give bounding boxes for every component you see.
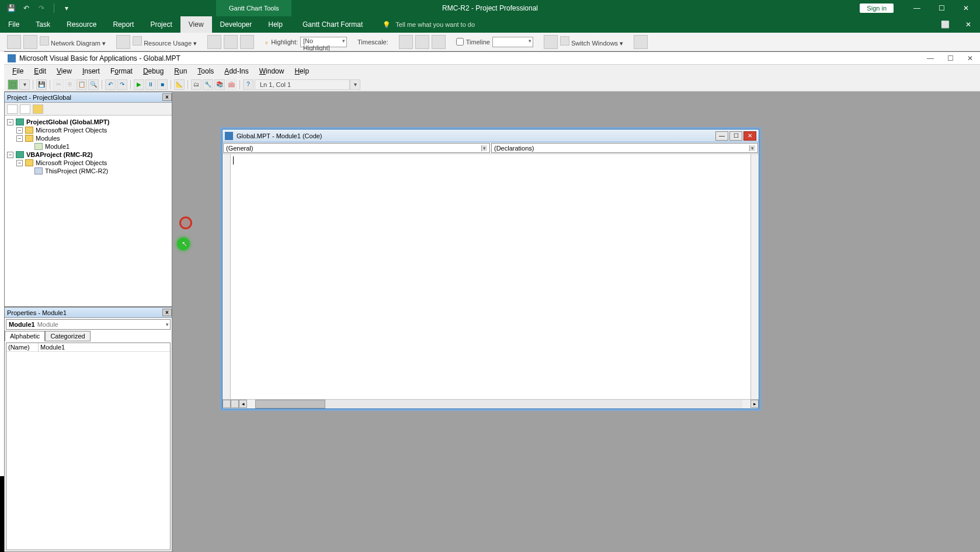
save-icon[interactable]: 💾 bbox=[6, 3, 16, 13]
help-icon[interactable]: ? bbox=[243, 79, 253, 90]
tree-collapse-icon[interactable]: − bbox=[7, 119, 13, 125]
save-icon[interactable]: 💾 bbox=[36, 79, 47, 90]
find-icon[interactable]: 🔍 bbox=[88, 79, 99, 90]
design-mode-icon[interactable]: 📐 bbox=[174, 79, 185, 90]
maximize-button[interactable]: ☐ bbox=[930, 0, 953, 16]
menu-edit[interactable]: Edit bbox=[29, 66, 51, 76]
menu-debug[interactable]: Debug bbox=[138, 66, 168, 76]
code-maximize-button[interactable]: ☐ bbox=[729, 131, 742, 141]
entire-project-icon[interactable] bbox=[415, 35, 429, 49]
properties-tab-alphabetic[interactable]: Alphabetic bbox=[5, 331, 45, 341]
tables-icon[interactable] bbox=[240, 35, 254, 49]
qat-customize-icon[interactable]: ▾ bbox=[61, 3, 72, 13]
cut-icon[interactable]: ✂ bbox=[53, 79, 64, 90]
tree-project-global[interactable]: ProjectGlobal (Global.MPT) bbox=[26, 118, 109, 125]
tree-modules[interactable]: Modules bbox=[36, 135, 60, 142]
scroll-right-button[interactable]: ▸ bbox=[750, 400, 759, 408]
new-window-icon[interactable] bbox=[544, 35, 558, 49]
tab-gantt-format[interactable]: Gantt Chart Format bbox=[294, 16, 371, 33]
toolbox-icon[interactable]: 🧰 bbox=[226, 79, 237, 90]
macros-icon[interactable] bbox=[634, 35, 648, 49]
project-explorer-icon[interactable]: 🗂 bbox=[191, 79, 201, 90]
vertical-scrollbar[interactable] bbox=[750, 154, 759, 399]
selected-tasks-icon[interactable] bbox=[432, 35, 446, 49]
menu-view[interactable]: View bbox=[52, 66, 77, 76]
scroll-left-button[interactable]: ◂ bbox=[239, 400, 247, 408]
run-icon[interactable]: ▶ bbox=[134, 79, 144, 90]
team-planner-icon[interactable] bbox=[116, 35, 130, 49]
scrollbar-thumb[interactable] bbox=[255, 400, 325, 408]
properties-object-combo[interactable]: Module1 Module bbox=[6, 319, 171, 330]
tab-help[interactable]: Help bbox=[260, 16, 291, 33]
vba-maximize-button[interactable]: ☐ bbox=[940, 53, 960, 64]
signin-button[interactable]: Sign in bbox=[860, 4, 894, 13]
reset-icon[interactable]: ■ bbox=[157, 79, 168, 90]
view-object-icon[interactable] bbox=[20, 104, 30, 114]
menu-format[interactable]: Format bbox=[106, 66, 137, 76]
code-editor[interactable] bbox=[231, 154, 750, 399]
insert-module-icon[interactable]: ▾ bbox=[19, 79, 30, 90]
task-usage-icon[interactable] bbox=[23, 35, 37, 49]
sort-icon[interactable] bbox=[207, 35, 221, 49]
zoom-icon[interactable] bbox=[399, 35, 413, 49]
view-code-icon[interactable] bbox=[7, 104, 18, 114]
copy-icon[interactable]: ⎘ bbox=[65, 79, 75, 90]
window-close-button[interactable]: ✕ bbox=[957, 16, 980, 33]
toolbar-options-icon[interactable]: ▾ bbox=[350, 79, 360, 90]
tree-collapse-icon[interactable]: − bbox=[16, 127, 23, 134]
tree-module1[interactable]: Module1 bbox=[45, 143, 69, 150]
undo-icon[interactable]: ↶ bbox=[21, 3, 32, 13]
menu-tools[interactable]: Tools bbox=[193, 66, 218, 76]
menu-file[interactable]: File bbox=[8, 66, 28, 76]
outline-icon[interactable] bbox=[224, 35, 238, 49]
toggle-folders-icon[interactable] bbox=[33, 104, 43, 114]
redo-icon[interactable]: ↷ bbox=[117, 79, 127, 90]
code-object-combo[interactable]: (General) bbox=[223, 143, 490, 153]
tree-vbaproject[interactable]: VBAProject (RMC-R2) bbox=[26, 151, 93, 158]
code-minimize-button[interactable]: — bbox=[715, 131, 728, 141]
view-project-icon[interactable]: ⬚ bbox=[8, 79, 18, 90]
menu-help[interactable]: Help bbox=[290, 66, 314, 76]
full-module-view-button[interactable] bbox=[231, 400, 239, 408]
tab-developer[interactable]: Developer bbox=[212, 16, 260, 33]
menu-window[interactable]: Window bbox=[255, 66, 289, 76]
code-procedure-combo[interactable]: (Declarations) bbox=[491, 143, 758, 153]
timeline-checkbox[interactable]: Timeline bbox=[456, 38, 490, 46]
project-explorer-close-button[interactable]: × bbox=[162, 93, 172, 101]
tab-task[interactable]: Task bbox=[27, 16, 58, 33]
procedure-view-button[interactable] bbox=[223, 400, 231, 408]
minimize-button[interactable]: — bbox=[905, 0, 929, 16]
vba-mdi-area[interactable]: Global.MPT - Module1 (Code) — ☐ ✕ (Gener… bbox=[172, 92, 980, 552]
code-close-button[interactable]: ✕ bbox=[743, 131, 756, 141]
properties-icon[interactable]: 🔧 bbox=[203, 79, 213, 90]
break-icon[interactable]: ⏸ bbox=[145, 79, 156, 90]
tab-report[interactable]: Report bbox=[105, 16, 142, 33]
tab-project[interactable]: Project bbox=[142, 16, 180, 33]
highlight-combo[interactable]: [No Highlight] bbox=[300, 37, 347, 47]
properties-tab-categorized[interactable]: Categorized bbox=[45, 331, 90, 341]
property-row[interactable]: (Name) Module1 bbox=[6, 343, 170, 352]
network-diagram-label[interactable]: Network Diagram bbox=[51, 40, 100, 47]
gantt-chart-icon[interactable] bbox=[7, 35, 21, 49]
properties-grid[interactable]: (Name) Module1 bbox=[6, 343, 171, 550]
menu-addins[interactable]: Add-Ins bbox=[220, 66, 253, 76]
undo-icon[interactable]: ↶ bbox=[105, 79, 116, 90]
code-window-title-bar[interactable]: Global.MPT - Module1 (Code) — ☐ ✕ bbox=[223, 130, 759, 142]
switch-windows-label[interactable]: Switch Windows bbox=[571, 40, 618, 47]
tree-collapse-icon[interactable]: − bbox=[7, 152, 13, 158]
tab-view[interactable]: View bbox=[180, 16, 212, 33]
property-name-value[interactable]: Module1 bbox=[39, 343, 170, 351]
menu-insert[interactable]: Insert bbox=[78, 66, 105, 76]
tree-thisproject[interactable]: ThisProject (RMC-R2) bbox=[45, 167, 108, 174]
tab-file[interactable]: File bbox=[0, 16, 27, 33]
vba-close-button[interactable]: ✕ bbox=[960, 53, 980, 64]
paste-icon[interactable]: 📋 bbox=[77, 79, 87, 90]
close-button[interactable]: ✕ bbox=[954, 0, 978, 16]
tree-collapse-icon[interactable]: − bbox=[16, 160, 23, 166]
menu-run[interactable]: Run bbox=[169, 66, 192, 76]
properties-close-button[interactable]: × bbox=[162, 309, 172, 316]
ribbon-display-button[interactable]: ⬜ bbox=[933, 16, 957, 33]
tree-collapse-icon[interactable]: − bbox=[16, 135, 23, 142]
horizontal-scrollbar[interactable] bbox=[255, 400, 742, 408]
object-browser-icon[interactable]: 📚 bbox=[214, 79, 225, 90]
